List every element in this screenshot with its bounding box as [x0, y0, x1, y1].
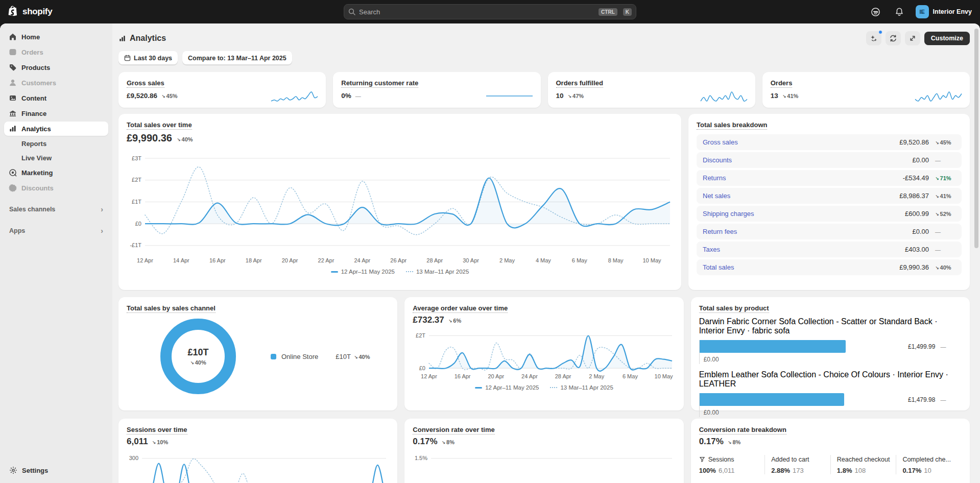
svg-text:14 Apr: 14 Apr	[173, 257, 189, 263]
svg-text:10 May: 10 May	[643, 257, 662, 263]
store-name: Interior Envy	[933, 8, 972, 15]
donut-legend-online-store[interactable]: Online Store £10T40%	[271, 353, 370, 360]
breakdown-row-gross-sales[interactable]: Gross sales£9,520.8645%	[697, 134, 962, 150]
sidebar-item-reports[interactable]: Reports	[4, 137, 108, 150]
sidebar-section-sales-channels[interactable]: Sales channels ›	[4, 202, 108, 216]
svg-text:20 Apr: 20 Apr	[282, 257, 298, 263]
topbar: shopify Search CTRL K IE Interior Envy	[0, 0, 980, 23]
card-title-link[interactable]: Conversion rate over time	[413, 426, 494, 433]
date-range-button[interactable]: Last 30 days	[118, 51, 178, 65]
shopify-bag-icon	[8, 6, 19, 18]
breakdown-row-returns[interactable]: Returns-£534.4971%	[697, 170, 962, 186]
conversion-line-chart: 1.5%	[413, 450, 675, 483]
compare-to-button[interactable]: Compare to: 13 Mar–11 Apr 2025	[182, 51, 292, 65]
sidebar-item-orders[interactable]: Orders	[4, 45, 108, 59]
notifications-bell-icon[interactable]	[892, 5, 906, 19]
kbd-k: K	[623, 8, 632, 16]
legend-current-period[interactable]: 12 Apr–11 May 2025	[475, 384, 539, 391]
breakdown-row-net-sales[interactable]: Net sales£8,986.3741%	[697, 188, 962, 204]
svg-text:20 Apr: 20 Apr	[488, 373, 505, 379]
sidebar-item-settings[interactable]: Settings	[4, 463, 108, 478]
sidebar-item-discounts[interactable]: Discounts	[4, 181, 108, 195]
svg-text:28 Apr: 28 Apr	[555, 373, 571, 379]
breakdown-row-discounts[interactable]: Discounts£0.00—	[697, 152, 962, 168]
sidebar-section-apps[interactable]: Apps ›	[4, 224, 108, 238]
change-badge: 8%	[728, 439, 740, 445]
svg-text:12 Apr: 12 Apr	[137, 257, 153, 263]
sparkline-chart	[270, 89, 319, 103]
sidebar-item-customers[interactable]: Customers	[4, 76, 108, 90]
svg-text:£1T: £1T	[132, 199, 141, 205]
sidebar-item-marketing[interactable]: Marketing	[4, 165, 108, 180]
expand-fullscreen-button[interactable]	[905, 31, 920, 45]
analytics-bars-icon	[8, 125, 17, 133]
change-badge: 45%	[161, 93, 178, 99]
legend-previous-period[interactable]: 13 Mar–11 Apr 2025	[406, 269, 469, 275]
kbd-ctrl: CTRL	[599, 8, 617, 16]
kpi-title-link[interactable]: Gross sales	[127, 79, 164, 87]
change-badge: 8%	[442, 439, 455, 445]
finance-bank-icon	[8, 109, 17, 118]
change-badge: —	[355, 93, 361, 99]
svg-text:£0: £0	[419, 365, 425, 371]
funnel-step-reached-checkout: Reached checkout 1.8%108	[830, 455, 896, 474]
conversion-breakdown-card: Conversion rate breakdown 0.17%8% Sessio…	[691, 419, 970, 483]
svg-text:30 Apr: 30 Apr	[463, 257, 479, 263]
sidebar-item-home[interactable]: Home	[4, 30, 108, 44]
kpi-title-link[interactable]: Returning customer rate	[341, 79, 418, 87]
card-title-link[interactable]: Total sales by product	[699, 304, 769, 312]
sidebar-item-analytics[interactable]: Analytics	[4, 122, 108, 136]
svg-text:10 May: 10 May	[655, 373, 674, 379]
funnel-icon	[699, 456, 705, 463]
shopify-logo[interactable]: shopify	[8, 6, 52, 18]
sparkline-chart	[914, 89, 963, 103]
product-bar-group: £1,479.98— £0.00	[699, 393, 962, 417]
solid-swatch	[331, 271, 338, 273]
funnel-step-completed-checkout: Completed che... 0.17%10	[896, 455, 962, 474]
card-title-link[interactable]: Sessions over time	[127, 426, 187, 433]
svg-text:£3T: £3T	[132, 155, 141, 161]
customers-icon	[8, 79, 17, 87]
breakdown-row-taxes[interactable]: Taxes£403.00—	[697, 242, 962, 257]
legend-previous-period[interactable]: 13 Mar–11 Apr 2025	[550, 384, 613, 391]
card-title-link[interactable]: Total sales over time	[127, 121, 192, 129]
breakdown-row-shipping-charges[interactable]: Shipping charges£600.9952%	[697, 206, 962, 222]
search-input[interactable]: Search CTRL K	[344, 4, 636, 19]
breakdown-row-total-sales[interactable]: Total sales£9,990.3640%	[697, 259, 962, 275]
svg-text:£2T: £2T	[132, 177, 141, 183]
sidebar-item-content[interactable]: Content	[4, 91, 108, 105]
svg-text:2 May: 2 May	[589, 373, 605, 379]
sidekick-icon[interactable]	[869, 5, 883, 19]
card-title-link[interactable]: Conversion rate breakdown	[699, 426, 786, 433]
home-icon	[8, 33, 17, 41]
product-bar-group: £1,499.99— £0.00	[699, 340, 962, 364]
store-menu[interactable]: IE Interior Envy	[916, 5, 972, 18]
sidebar-item-live-view[interactable]: Live View	[4, 151, 108, 164]
svg-text:£0: £0	[135, 221, 141, 227]
card-title-link[interactable]: Total sales breakdown	[697, 121, 767, 129]
page-title: Analytics	[118, 34, 166, 43]
store-avatar: IE	[916, 5, 929, 18]
sidebar-item-products[interactable]: Products	[4, 60, 108, 75]
kpi-title-link[interactable]: Orders fulfilled	[556, 79, 603, 87]
svg-text:4 May: 4 May	[536, 257, 551, 263]
svg-text:18 Apr: 18 Apr	[246, 257, 262, 263]
shopify-wordmark: shopify	[22, 7, 52, 17]
change-badge: 6%	[448, 318, 461, 324]
gear-icon	[9, 466, 17, 474]
total-sales-breakdown-card: Total sales breakdown Gross sales£9,520.…	[688, 114, 970, 290]
orders-icon	[8, 48, 17, 57]
sidebar-item-finance[interactable]: Finance	[4, 106, 108, 120]
kpi-title-link[interactable]: Orders	[771, 79, 793, 87]
legend-current-period[interactable]: 12 Apr–11 May 2025	[331, 269, 395, 275]
kpi-card-returning-customer-rate: Returning customer rate 0%—	[333, 72, 540, 108]
dotted-swatch	[406, 271, 413, 272]
card-title-link[interactable]: Total sales by sales channel	[127, 304, 216, 312]
scrollbar-thumb[interactable]	[974, 29, 978, 248]
refresh-button[interactable]	[886, 31, 901, 45]
card-title-link[interactable]: Average order value over time	[413, 304, 508, 312]
ai-insights-button[interactable]	[866, 31, 881, 45]
breakdown-row-return-fees[interactable]: Return fees£0.00—	[697, 224, 962, 239]
svg-text:22 Apr: 22 Apr	[318, 257, 334, 263]
customize-button[interactable]: Customize	[924, 32, 970, 45]
